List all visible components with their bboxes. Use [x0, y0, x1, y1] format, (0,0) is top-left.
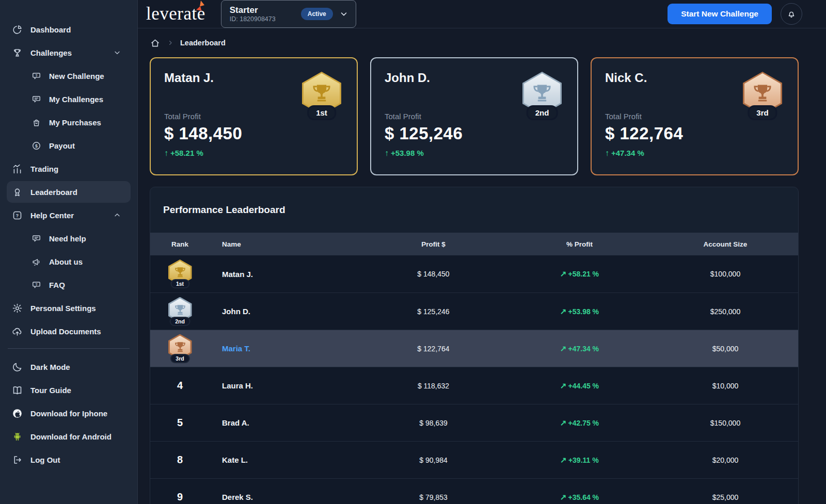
sidebar-item-download-for-iphone[interactable]: Download for Iphone: [7, 402, 131, 424]
trend-up-icon: ↗: [560, 456, 567, 464]
percent-profit: ↗+44.45 %: [506, 381, 653, 391]
sidebar-item-dashboard[interactable]: Dashboard: [7, 19, 131, 40]
content: Leaderboard Matan J.1stTotal Profit$ 148…: [138, 28, 826, 504]
table-row-derek-s[interactable]: 9Derek S.$ 79,853↗+35.64 %$25,000: [150, 478, 798, 504]
sidebar-item-my-challenges[interactable]: My Challenges: [26, 88, 131, 110]
notifications-button[interactable]: [781, 3, 802, 25]
sidebar-divider: [8, 348, 130, 349]
logout-icon: [12, 454, 23, 465]
sidebar-item-dark-mode[interactable]: Dark Mode: [7, 356, 131, 378]
account-size: $20,000: [653, 456, 798, 464]
dollar-icon: [31, 141, 41, 151]
sidebar-item-about-us[interactable]: About us: [26, 251, 131, 272]
rank-badge-2nd: 2nd: [168, 297, 192, 326]
account-id: ID: 1820908473: [230, 15, 276, 23]
leader-card-john-d: John D.2ndTotal Profit$ 125,246↑+53.98 %: [370, 57, 578, 175]
column-header-name: Name: [210, 240, 360, 248]
sidebar-item-new-challenge[interactable]: New Challenge: [26, 65, 131, 87]
main-area: leverate Starter ID: 1820908473 Active S…: [138, 0, 826, 504]
sidebar-item-need-help[interactable]: Need help: [26, 227, 131, 249]
chevron-right-icon: [167, 39, 174, 46]
rank-pill: 3rd: [748, 105, 777, 120]
table-row-matan-j[interactable]: 1stMatan J.$ 148,450↗+58.21 %$100,000: [150, 255, 798, 292]
table-row-brad-a[interactable]: 5Brad A.$ 98,639↗+42.75 %$150,000: [150, 404, 798, 441]
sidebar-item-my-purchases[interactable]: My Purchases: [26, 111, 131, 133]
sidebar-item-personal-settings[interactable]: Personal Settings: [7, 297, 131, 319]
sidebar-item-faq[interactable]: FAQ: [26, 274, 131, 296]
sidebar-item-log-out[interactable]: Log Out: [7, 449, 131, 470]
total-profit-value: $ 148,450: [164, 124, 343, 143]
sidebar-item-challenges[interactable]: Challenges: [7, 42, 131, 63]
topbar-right: Start New Challenge: [668, 3, 802, 25]
chevron-up-icon: [113, 211, 121, 219]
chat-lines-icon: [31, 94, 41, 104]
cloud-up-icon: [12, 326, 23, 337]
table-row-kate-l[interactable]: 8Kate L.$ 90,984↗+39.11 %$20,000: [150, 441, 798, 478]
trading-icon: [12, 164, 23, 174]
logo-arrow-icon: [195, 0, 209, 12]
trophy-icon: [173, 340, 187, 354]
account-size: $250,000: [653, 307, 798, 316]
leaderboard-panel: Performance Leaderboard RankNameProfit $…: [150, 187, 799, 504]
rank-cell: 5: [150, 417, 210, 429]
apple-icon: [12, 408, 23, 419]
chevron-down-icon: [339, 9, 348, 19]
sidebar-item-download-for-android[interactable]: Download for Android: [7, 426, 131, 447]
sidebar-item-label: Download for Iphone: [30, 409, 107, 418]
gear-icon: [12, 303, 23, 314]
rank-pill: 2nd: [527, 105, 558, 120]
profit-value: $ 79,853: [360, 493, 506, 501]
book-icon: [12, 385, 23, 396]
leader-card-matan-j: Matan J.1stTotal Profit$ 148,450↑+58.21 …: [150, 57, 358, 175]
topbar: leverate Starter ID: 1820908473 Active S…: [138, 0, 826, 28]
trend-up-icon: ↗: [560, 307, 567, 316]
rank-pill: 1st: [170, 279, 189, 288]
trophy-icon: [173, 303, 187, 317]
sidebar-item-payout[interactable]: Payout: [26, 135, 131, 156]
percent-profit: ↗+39.11 %: [506, 456, 653, 465]
sidebar-item-label: About us: [49, 257, 83, 266]
rank-number: 4: [177, 380, 183, 391]
chat-lines-icon: [31, 234, 41, 243]
sidebar-item-leaderboard[interactable]: Leaderboard: [7, 181, 131, 203]
help-icon: [12, 210, 23, 221]
bell-icon: [786, 9, 797, 19]
trader-name: Matan J.: [210, 270, 360, 279]
start-new-challenge-button[interactable]: Start New Challenge: [668, 4, 772, 24]
account-selector[interactable]: Starter ID: 1820908473 Active: [221, 0, 356, 28]
rank-cell: 8: [150, 454, 210, 466]
panel-title: Performance Leaderboard: [150, 187, 798, 233]
account-size: $100,000: [653, 270, 798, 278]
rank-number: 9: [177, 491, 183, 502]
rank-cell: 4: [150, 380, 210, 392]
table-row-john-d[interactable]: 2ndJohn D.$ 125,246↗+53.98 %$250,000: [150, 292, 798, 330]
percent-profit: ↗+47.34 %: [506, 344, 653, 353]
trader-name: Laura H.: [210, 381, 360, 390]
sidebar-item-label: Dashboard: [30, 25, 71, 34]
sidebar-item-upload-documents[interactable]: Upload Documents: [7, 320, 131, 342]
sidebar-item-label: Download for Android: [30, 432, 112, 441]
rank-number: 5: [177, 417, 183, 428]
profit-value: $ 90,984: [360, 456, 506, 464]
sidebar-item-label: Trading: [30, 165, 58, 173]
profit-value: $ 148,450: [360, 270, 506, 278]
app-window: DashboardChallengesNew ChallengeMy Chall…: [0, 0, 826, 504]
profit-value: $ 125,246: [360, 307, 506, 316]
trend-up-icon: ↗: [560, 418, 567, 427]
rank-badge-3rd: 3rd: [168, 334, 192, 363]
trader-name[interactable]: Maria T.: [210, 344, 360, 353]
sidebar-item-tour-guide[interactable]: Tour Guide: [7, 379, 131, 401]
profit-value: $ 122,764: [360, 345, 506, 353]
dashboard-icon: [12, 24, 23, 35]
sidebar-item-help-center[interactable]: Help Center: [7, 204, 131, 226]
rank-pill: 2nd: [169, 317, 190, 326]
percent-profit: ↗+42.75 %: [506, 418, 653, 428]
sidebar-item-trading[interactable]: Trading: [7, 158, 131, 180]
sidebar-item-label: Personal Settings: [30, 304, 96, 313]
leader-card-nick-c: Nick C.3rdTotal Profit$ 122,764↑+47.34 %: [591, 57, 799, 175]
table-row-maria-t[interactable]: 3rdMaria T.$ 122,764↗+47.34 %$50,000: [150, 330, 798, 367]
home-icon[interactable]: [150, 38, 161, 48]
profit-value: $ 118,632: [360, 382, 506, 390]
table-row-laura-h[interactable]: 4Laura H.$ 118,632↗+44.45 %$10,000: [150, 367, 798, 404]
profit-change: ↑+58.21 %: [164, 149, 343, 158]
